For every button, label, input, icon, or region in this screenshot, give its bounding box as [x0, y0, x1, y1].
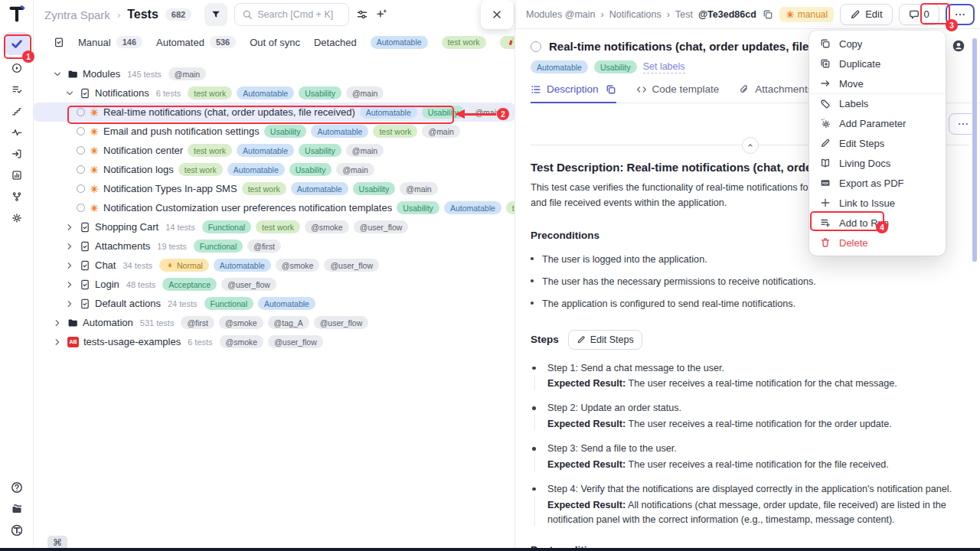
tree-row[interactable]: Automation531 tests@first@smoke@tag_A@us…: [34, 313, 376, 332]
edit-button[interactable]: Edit: [840, 4, 892, 25]
filter-tab-detached[interactable]: Detached: [314, 37, 357, 48]
menu-item-add-parameter[interactable]: Add Parameter: [809, 113, 946, 133]
sidebar-item-list-check[interactable]: [7, 80, 27, 99]
add-test-icon[interactable]: [375, 8, 387, 21]
menu-item-delete[interactable]: Delete: [809, 233, 946, 253]
detail-scrollbar[interactable]: [972, 38, 977, 262]
workspace-name[interactable]: Zyntra Spark: [44, 8, 110, 21]
sidebar-item-import[interactable]: [7, 144, 27, 164]
tree-row[interactable]: Attachments19 testsFunctional@first: [34, 236, 289, 256]
set-labels-link[interactable]: Set labels: [643, 61, 685, 73]
status-circle-icon[interactable]: [531, 41, 541, 52]
status-circle-icon[interactable]: [77, 204, 85, 212]
search-box[interactable]: [234, 3, 349, 26]
sidebar-item-check[interactable]: [5, 32, 29, 55]
play-circle-icon: [11, 63, 22, 73]
menu-item-link-to-issue[interactable]: Link to Issue: [809, 193, 946, 213]
chevron-right-icon[interactable]: [52, 318, 63, 328]
chevron-down-icon[interactable]: [52, 69, 63, 80]
collapse-description-button[interactable]: [742, 137, 759, 154]
chevron-right-icon[interactable]: [64, 222, 75, 233]
label-badge: @user_flow: [314, 316, 369, 329]
status-circle-icon[interactable]: [77, 184, 85, 193]
tree-row[interactable]: Modules145 tests@main: [34, 64, 214, 83]
label-badge: Acceptance: [162, 278, 217, 291]
status-circle-icon[interactable]: [77, 108, 85, 116]
copy-id-icon[interactable]: [763, 9, 773, 20]
tree-row[interactable]: Notification centertest workAutomatableU…: [34, 141, 391, 160]
breadcrumb-modules[interactable]: Modules @main: [526, 9, 596, 20]
label-badge: Automatable: [291, 182, 348, 195]
status-circle-icon[interactable]: [77, 165, 85, 174]
tree-row[interactable]: Chat34 testsNormalAutomatable@smoke@user…: [34, 256, 387, 275]
menu-item-add-to-run[interactable]: Add to Run: [809, 213, 946, 233]
sidebar-item-help[interactable]: [7, 478, 27, 497]
copy-icon[interactable]: [606, 84, 616, 95]
tree-row[interactable]: Default actions24 testsFunctionalAutomat…: [34, 294, 323, 313]
status-circle-icon[interactable]: [77, 127, 85, 135]
edit-steps-button[interactable]: Edit Steps: [568, 330, 642, 350]
tree-row[interactable]: Login48 testsAcceptance@user_flow: [34, 275, 284, 294]
close-panel-button[interactable]: [481, 0, 513, 29]
tree-row[interactable]: ABtests-usage-examples6 tests@smoke@user…: [34, 332, 331, 351]
label-badge: @user_flow: [354, 220, 409, 233]
menu-item-labels[interactable]: Labels: [809, 93, 946, 113]
menu-item-copy[interactable]: Copy: [809, 34, 946, 54]
filter-tab-manual[interactable]: Manual146: [78, 36, 142, 48]
settings-sliders-icon[interactable]: [356, 8, 368, 21]
filters-bar: Manual146Automated536Out of syncDetached…: [34, 29, 514, 55]
chevron-right-icon[interactable]: [64, 260, 75, 271]
sidebar-item-projects[interactable]: [7, 499, 27, 519]
label-badge: Functional: [204, 297, 253, 310]
more-actions-button[interactable]: [946, 4, 975, 25]
status-circle-icon[interactable]: [77, 146, 85, 155]
tab-description[interactable]: Description: [531, 83, 616, 103]
tab-code-template[interactable]: Code template: [636, 83, 720, 103]
tree-row-meta: 531 tests: [140, 318, 175, 328]
tests-count-badge: 682: [165, 8, 191, 21]
comments-button[interactable]: 0: [899, 4, 939, 25]
search-input[interactable]: [257, 9, 341, 20]
tree-row[interactable]: Email and push notification settingsUsab…: [34, 122, 468, 141]
bullet-icon: [532, 406, 536, 410]
tree-row[interactable]: Shopping Cart14 testsFunctionaltest work…: [34, 217, 416, 236]
folder-icon: [67, 318, 78, 328]
app-logo[interactable]: [7, 5, 27, 23]
tree-row[interactable]: Notification Types In-app SMStest workAu…: [34, 179, 446, 198]
tree-row-meta: 145 tests: [127, 70, 162, 79]
sidebar-item-stairs[interactable]: [7, 101, 27, 121]
chevron-right-icon[interactable]: [64, 298, 75, 309]
sidebar-item-gear[interactable]: [7, 208, 27, 228]
tree-row-meta: 48 tests: [126, 280, 156, 289]
chevron-right-icon[interactable]: [64, 279, 75, 290]
menu-item-living-docs[interactable]: Living Docs: [809, 153, 946, 173]
tree-row[interactable]: Real-time notifications (chat, order upd…: [34, 103, 514, 122]
menu-item-duplicate[interactable]: Duplicate: [809, 54, 946, 73]
sidebar-item-play-circle[interactable]: [7, 58, 27, 78]
report-icon: [11, 170, 22, 181]
tree-row-meta: 34 tests: [122, 261, 152, 270]
steps-list: Step 1: Send a chat message to the user.…: [531, 361, 960, 527]
filter-tab-out-of-sync[interactable]: Out of sync: [250, 37, 300, 48]
step-action: Step 1: Send a chat message to the user.: [547, 361, 960, 376]
chevron-right-icon[interactable]: [52, 337, 63, 347]
filter-button[interactable]: [204, 3, 227, 26]
tree-row[interactable]: Notification logstest workAutomatableUsa…: [34, 160, 382, 179]
sidebar-item-report[interactable]: [7, 165, 27, 185]
sidebar-item-pulse[interactable]: [7, 122, 27, 142]
sidebar-item-profile[interactable]: [7, 520, 27, 540]
label-badge: @smoke: [305, 220, 349, 233]
menu-item-edit-steps[interactable]: Edit Steps: [809, 133, 946, 153]
tree-row[interactable]: Notifications6 teststest workAutomatable…: [34, 83, 391, 103]
menu-item-export-as-pdf[interactable]: PDFExport as PDF: [809, 173, 946, 193]
menu-item-move[interactable]: Move: [809, 73, 946, 93]
breadcrumb-notifications[interactable]: Notifications: [609, 9, 662, 20]
sidebar-item-branch[interactable]: [7, 187, 27, 207]
avatar[interactable]: [952, 39, 965, 53]
step-item: Step 1: Send a chat message to the user.…: [531, 361, 960, 392]
filter-tab-automated[interactable]: Automated536: [156, 36, 236, 48]
tab-attachments[interactable]: Attachments: [739, 83, 812, 103]
chevron-right-icon[interactable]: [64, 241, 75, 252]
chevron-down-icon[interactable]: [64, 88, 75, 99]
tree-row[interactable]: Notification Customization user preferen…: [34, 198, 514, 217]
